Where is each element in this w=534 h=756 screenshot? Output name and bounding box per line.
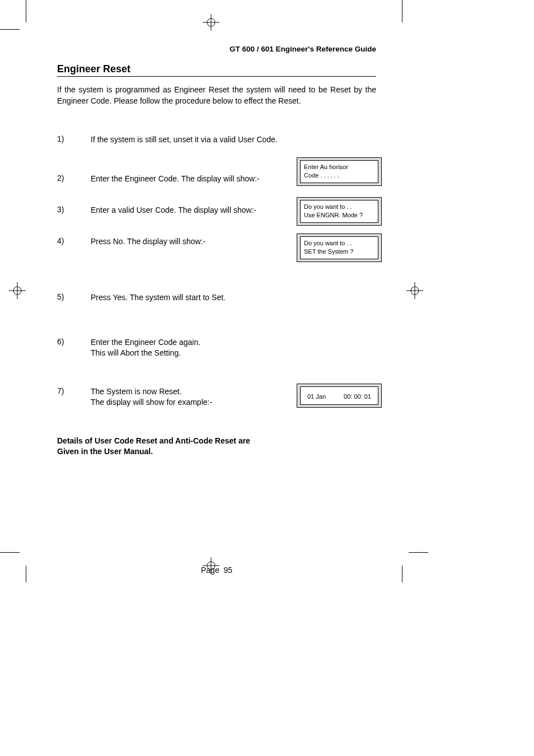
step-number: 5) [57, 292, 91, 301]
section-title: Engineer Reset [57, 63, 376, 77]
lcd-line: Do you want to . . [304, 203, 374, 211]
step-number: 6) [57, 337, 91, 346]
lcd-display: 01 Jan 00: 00: 01 [297, 384, 382, 408]
step-row: 6) Enter the Engineer Code again. This w… [57, 337, 376, 358]
lcd-line: Do you want to . . [304, 239, 374, 248]
step-number: 1) [57, 134, 91, 143]
step-number: 3) [57, 205, 91, 214]
crop-mark [0, 552, 20, 553]
step-row: 5) Press Yes. The system will start to S… [57, 292, 376, 304]
crop-mark [402, 0, 402, 22]
intro-paragraph: If the system is programmed as Engineer … [57, 85, 376, 106]
crop-mark [26, 566, 26, 582]
crop-mark [402, 566, 402, 582]
step-text: Enter the Engineer Code again. This will… [91, 337, 376, 358]
step-row: 1) If the system is still set, unset it … [57, 134, 376, 146]
registration-mark-icon [203, 14, 219, 31]
page-number: Page 95 [57, 566, 376, 575]
lcd-display: Enter Au horisor Code . . . . . . [297, 157, 382, 186]
step-number: 2) [57, 174, 91, 183]
lcd-line: Enter Au horisor [304, 163, 374, 171]
footer-note: Details of User Code Reset and Anti-Code… [57, 436, 376, 458]
step-text: Press Yes. The system will start to Set. [91, 292, 376, 303]
lcd-line: Use ENGNR. Mode ? [304, 211, 374, 220]
lcd-display: Do you want to . . SET the System ? [297, 234, 382, 262]
lcd-display: Do you want to . . Use ENGNR. Mode ? [297, 197, 382, 226]
step-number: 4) [57, 236, 91, 245]
registration-mark-icon [406, 282, 423, 299]
lcd-line: SET the System ? [304, 248, 374, 256]
lcd-time: 00: 00: 01 [344, 393, 371, 401]
lcd-line: Code . . . . . . [304, 171, 374, 180]
crop-mark [409, 552, 428, 553]
page-num: 95 [223, 566, 232, 575]
crop-mark [0, 29, 20, 30]
step-number: 7) [57, 386, 91, 395]
step-text: If the system is still set, unset it via… [91, 134, 376, 145]
lcd-date: 01 Jan [307, 393, 326, 401]
running-header: GT 600 / 601 Engineer's Reference Guide [57, 45, 376, 53]
page-label: Page [201, 566, 219, 575]
registration-mark-icon [9, 282, 26, 299]
